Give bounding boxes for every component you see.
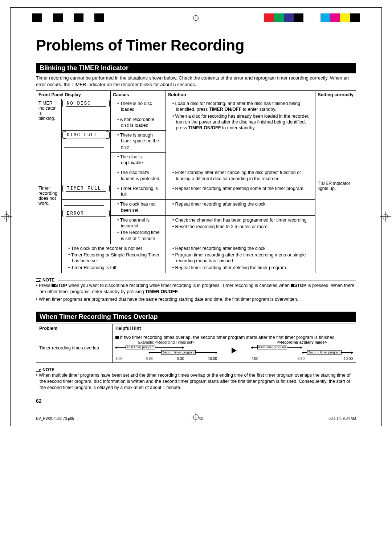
solution-cell: Check the channel that has been programm… — [166, 215, 315, 244]
cause-cell: The disc that's loaded is protected — [111, 168, 166, 184]
state-timer-blinking: TIMER indicator is blinking. — [36, 99, 62, 184]
note-label: NOTE — [42, 367, 54, 372]
note-block-1: NOTE Press STOP when you want to discont… — [36, 278, 356, 303]
page-number: 62 — [36, 398, 356, 404]
table-row: Timer recording does not work. TIMER FUL… — [36, 184, 356, 200]
page-frame: Problems of Timer Recording Blinking the… — [10, 7, 382, 426]
display-disc-full: DISC FULL — [66, 133, 106, 138]
panel-cell: NO DISC — [62, 99, 111, 131]
note-item: When multiple timer programs have been s… — [36, 372, 356, 391]
th-causes: Causes — [111, 91, 166, 99]
note-icon — [36, 368, 41, 372]
crosshair-icon — [1, 211, 12, 222]
display-blank-line — [64, 143, 104, 148]
big-arrow-icon — [232, 348, 237, 353]
section1-intro: Timer recording cannot be performed in t… — [36, 75, 356, 88]
th-solution: Solution — [166, 91, 315, 99]
table-row: TIMER indicator is blinking. NO DISC The… — [36, 99, 356, 115]
cause-cell: A non recordable disc is loaded — [111, 115, 166, 131]
crosshair-icon — [191, 13, 201, 24]
timeline-right: <Recording actually made> First timer pr… — [251, 340, 353, 361]
cause-cell: There is no disc loaded — [111, 99, 166, 115]
footer-metadata: DV_RW2U#p62-70.p65 62 03.1.14, 9:34 AM — [36, 417, 356, 421]
table-header-row: Problem Helpful Hint — [36, 324, 356, 333]
solution-cell: Repeat timer recording after deleting so… — [166, 184, 315, 200]
footer-filename: DV_RW2U#p62-70.p65 — [36, 417, 74, 421]
square-bullet-icon — [115, 336, 119, 339]
timeline-left-title: Example: <Recording Times set> — [115, 340, 217, 344]
cause-cell-wide: The clock on the recorder is not set Tim… — [62, 244, 166, 273]
note-list: When multiple timer programs have been s… — [36, 372, 356, 391]
display-no-disc: NO DISC — [66, 101, 106, 107]
solution-cell: Enter standby after either canceling the… — [166, 168, 315, 184]
problem-cell: Timer recording times overlap — [36, 333, 113, 363]
display-blank-line — [64, 112, 104, 116]
bar-first-timer: First timer program — [126, 345, 155, 349]
display-blank-line — [64, 201, 104, 206]
table-row: The disc that's loaded is protected Ente… — [36, 168, 356, 184]
reg-squares-black — [32, 13, 115, 22]
cause-cell: The disc is unplayable — [111, 152, 166, 168]
state-timer-not-work: Timer recording does not work. — [36, 184, 62, 273]
timeline-left: Example: <Recording Times set> First tim… — [115, 340, 217, 361]
reg-squares-rgbk — [264, 13, 303, 22]
timeline-ticks: 7:00 8:30 10:00 — [251, 357, 353, 361]
note-list: Press STOP when you want to discontinue … — [36, 283, 356, 303]
th-problem: Problem — [36, 324, 113, 333]
page-title: Problems of Timer Recording — [36, 37, 356, 54]
panel-cell: ERROR — [62, 200, 111, 244]
cause-cell: The clock has not been set. — [111, 200, 166, 216]
th-hint: Helpful Hint — [113, 324, 356, 333]
footer-page: 62 — [199, 417, 203, 421]
reg-squares-cmyk — [320, 13, 360, 22]
note-icon — [36, 278, 41, 282]
note-item: Press STOP when you want to discontinue … — [36, 283, 356, 295]
th-setting: Setting correctly — [315, 91, 356, 99]
table-row: ERROR The clock has not been set. Repeat… — [36, 200, 356, 216]
table-row: The clock on the recorder is not set Tim… — [36, 244, 356, 273]
solution-cell: Repeat timer recording after setting the… — [166, 244, 315, 273]
overlap-table: Problem Helpful Hint Timer recording tim… — [36, 324, 356, 363]
table-row: Timer recording times overlap If two tim… — [36, 333, 356, 363]
note-label: NOTE — [42, 278, 54, 283]
panel-cell: TIMER FULL — [62, 184, 111, 200]
table-header-row: Front Panel Display Causes Solution Sett… — [36, 91, 356, 99]
note-item: When timer programs are programmed that … — [36, 296, 356, 303]
display-error: ERROR — [66, 211, 106, 217]
timeline-ticks: 7:00 8:00 8:30 10:00 — [115, 357, 217, 361]
section-heading-1: Blinking the TIMER Indicator — [36, 63, 356, 73]
stop-icon — [52, 284, 55, 287]
panel-cell-empty — [62, 168, 111, 184]
bar-second-timer: Second timer program — [307, 350, 342, 355]
hint-cell: If two timer recording times overlap, th… — [113, 333, 356, 363]
crosshair-icon — [380, 211, 391, 222]
display-timer-full: TIMER FULL — [66, 186, 106, 192]
bar-first-timer: First timer program — [257, 345, 287, 349]
note-rule — [58, 370, 356, 370]
note-block-2: NOTE When multiple timer programs have b… — [36, 367, 356, 391]
timeline-right-title: <Recording actually made> — [251, 340, 353, 344]
cause-cell: The channel is incorrect The Recording t… — [111, 215, 166, 244]
solution-cell: Load a disc for recording, and after the… — [166, 99, 315, 168]
setting-correctly-cell: TIMER indicator lights up. — [315, 99, 356, 273]
th-front-panel: Front Panel Display — [36, 91, 111, 99]
cause-cell: There is enough blank space on the disc — [111, 131, 166, 153]
troubleshooting-table: Front Panel Display Causes Solution Sett… — [36, 90, 356, 273]
footer-timestamp: 03.1.14, 9:34 AM — [328, 417, 356, 421]
bar-second-timer: Second timer program — [161, 350, 196, 355]
hint-intro-text: If two timer recording times overlap, th… — [120, 335, 336, 340]
timeline-diagram: Example: <Recording Times set> First tim… — [115, 340, 353, 361]
section-heading-2: When Timer Recording Times Overlap — [36, 312, 356, 322]
cause-cell: Timer Recording is full — [111, 184, 166, 200]
panel-cell: DISC FULL — [62, 131, 111, 168]
solution-cell: Repeat timer recording after setting the… — [166, 200, 315, 216]
note-rule — [58, 280, 356, 280]
